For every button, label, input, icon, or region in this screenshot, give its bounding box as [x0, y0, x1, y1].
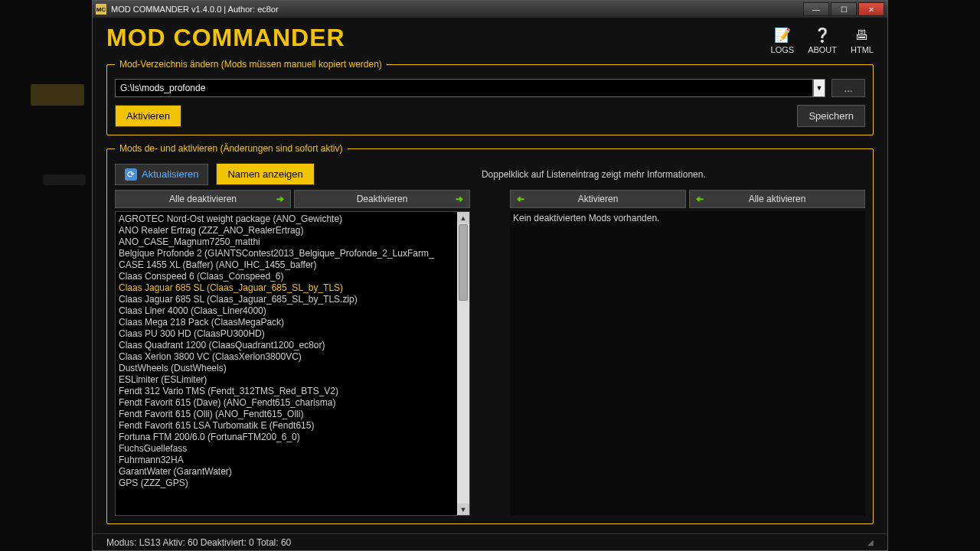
inactive-mods-column: ➔ Aktivieren ➔ Alle aktivieren Kein deak… — [510, 190, 865, 516]
scroll-down-icon[interactable]: ▼ — [457, 504, 469, 515]
list-item[interactable]: Fortuna FTM 200/6.0 (FortunaFTM200_6_0) — [119, 432, 454, 443]
activate-all-button[interactable]: ➔ Alle aktivieren — [689, 190, 865, 208]
list-item[interactable]: GarantWater (GarantWater) — [119, 466, 454, 478]
window-title: MOD COMMANDER v1.4.0.0 | Author: ec8or — [111, 5, 279, 14]
scroll-thumb[interactable] — [459, 224, 468, 301]
active-mods-column: Alle deaktivieren ➔ Deaktivieren ➔ AGROT… — [115, 190, 470, 516]
scroll-up-icon[interactable]: ▲ — [457, 212, 469, 223]
list-item[interactable]: Claas Jaguar 685 SL (Claas_Jaguar_685_SL… — [119, 282, 454, 294]
arrow-left-icon: ➔ — [696, 194, 704, 204]
printer-icon: 🖶 — [854, 27, 871, 44]
list-item[interactable]: GPS (ZZZ_GPS) — [119, 478, 454, 489]
about-button[interactable]: ❔ ABOUT — [808, 27, 837, 54]
list-item[interactable]: Claas Mega 218 Pack (ClaasMegaPack) — [119, 317, 454, 328]
activate-button[interactable]: ➔ Aktivieren — [510, 190, 686, 208]
arrow-right-icon: ➔ — [456, 194, 463, 204]
list-item[interactable]: FuchsGuellefass — [119, 443, 454, 455]
active-mods-list[interactable]: AGROTEC Nord-Ost weight package (ANO_Gew… — [115, 211, 470, 516]
list-item[interactable]: Claas PU 300 HD (ClaasPU300HD) — [119, 328, 454, 340]
list-item[interactable]: Claas Quadrant 1200 (ClaasQuadrant1200_e… — [119, 340, 454, 351]
list-item[interactable]: ANO_CASE_Magnum7250_matthi — [119, 236, 454, 248]
list-item[interactable]: Claas Conspeed 6 (Claas_Conspeed_6) — [119, 271, 454, 282]
directory-fieldset: Mod-Verzeichnis ändern (Mods müssen manu… — [106, 59, 874, 135]
minimize-button[interactable]: — — [803, 2, 829, 16]
titlebar[interactable]: MC MOD COMMANDER v1.4.0.0 | Author: ec8o… — [93, 1, 887, 18]
list-item[interactable]: Fendt Favorit 615 (Olli) (ANO_Fendt615_O… — [119, 409, 454, 420]
logs-label: LOGS — [771, 45, 795, 54]
status-text: Modus: LS13 Aktiv: 60 Deaktiviert: 0 Tot… — [106, 537, 291, 548]
list-item[interactable]: Fendt Favorit 615 (Dave) (ANO_Fendt615_c… — [119, 397, 454, 409]
statusbar: Modus: LS13 Aktiv: 60 Deaktiviert: 0 Tot… — [93, 533, 887, 550]
save-button[interactable]: Speichern — [797, 105, 865, 127]
deactivate-all-button[interactable]: Alle deaktivieren ➔ — [115, 190, 291, 208]
mods-fieldset: Mods de- und aktivieren (Änderungen sind… — [106, 143, 874, 524]
list-item[interactable]: Claas Liner 4000 (Claas_Liner4000) — [119, 305, 454, 317]
path-dropdown-button[interactable]: ▼ — [813, 79, 825, 97]
show-names-button[interactable]: Namen anzeigen — [216, 163, 314, 185]
list-item[interactable]: CASE 1455 XL (Baffer) (ANO_IHC_1455_baff… — [119, 259, 454, 271]
list-item[interactable]: DustWheels (DustWheels) — [119, 363, 454, 374]
list-hint: Doppelklick auf Listeneintrag zeigt mehr… — [322, 169, 865, 180]
app-title: MOD COMMANDER — [106, 24, 345, 52]
list-item[interactable]: Fuhrmann32HA — [119, 455, 454, 466]
inactive-mods-list[interactable]: Kein deaktivierten Mods vorhanden. — [510, 211, 865, 516]
logs-button[interactable]: 📝 LOGS — [771, 27, 795, 54]
help-icon: ❔ — [814, 27, 831, 44]
list-item[interactable]: Claas Jaguar 685 SL (Claas_Jaguar_685_SL… — [119, 294, 454, 305]
scrollbar[interactable]: ▲ ▼ — [457, 212, 469, 515]
refresh-button[interactable]: ⟳ Aktualisieren — [115, 164, 208, 185]
directory-legend: Mod-Verzeichnis ändern (Mods müssen manu… — [115, 59, 387, 70]
mod-path-input[interactable] — [115, 79, 813, 97]
list-item[interactable]: Belgique Profonde 2 (GIANTSContest2013_B… — [119, 248, 454, 259]
close-button[interactable]: ✕ — [858, 2, 884, 16]
resize-grip[interactable]: ◢ — [867, 538, 874, 546]
arrow-right-icon: ➔ — [276, 194, 284, 204]
list-item[interactable]: ANO Realer Ertrag (ZZZ_ANO_RealerErtrag) — [119, 225, 454, 236]
refresh-icon: ⟳ — [125, 168, 137, 181]
html-button[interactable]: 🖶 HTML — [851, 27, 874, 54]
empty-message: Kein deaktivierten Mods vorhanden. — [510, 211, 662, 516]
notepad-icon: 📝 — [774, 27, 791, 44]
app-window: MC MOD COMMANDER v1.4.0.0 | Author: ec8o… — [92, 0, 888, 551]
browse-button[interactable]: ... — [831, 79, 865, 97]
list-item[interactable]: ESLimiter (ESLimiter) — [119, 374, 454, 386]
about-label: ABOUT — [808, 45, 837, 54]
refresh-label: Aktualisieren — [142, 168, 198, 180]
list-item[interactable]: Fendt Favorit 615 LSA Turbomatik E (Fend… — [119, 420, 454, 432]
list-item[interactable]: Fendt 312 Vario TMS (Fendt_312TMS_Red_BT… — [119, 386, 454, 397]
list-item[interactable]: Claas Xerion 3800 VC (ClaasXerion3800VC) — [119, 351, 454, 363]
app-icon: MC — [96, 4, 106, 15]
maximize-button[interactable]: ☐ — [831, 2, 857, 16]
list-item[interactable]: AGROTEC Nord-Ost weight package (ANO_Gew… — [119, 214, 454, 225]
html-label: HTML — [851, 45, 874, 54]
arrow-left-icon: ➔ — [517, 194, 524, 204]
deactivate-button[interactable]: Deaktivieren ➔ — [294, 190, 470, 208]
mods-legend: Mods de- und aktivieren (Änderungen sind… — [115, 143, 348, 154]
activate-dir-button[interactable]: Aktivieren — [115, 105, 181, 127]
